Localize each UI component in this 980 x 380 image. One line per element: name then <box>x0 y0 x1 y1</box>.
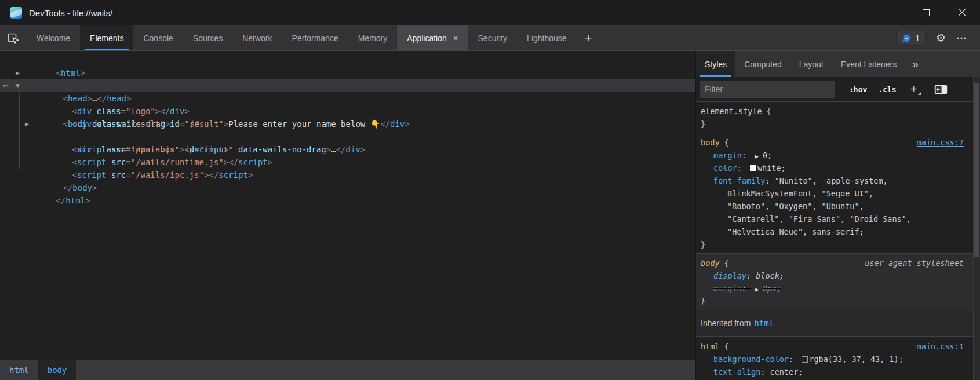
tab-welcome[interactable]: Welcome <box>27 25 80 50</box>
css-property[interactable]: background-color <box>713 355 789 364</box>
tree-node-script-main[interactable]: <script src="/main.js"></script> <box>0 130 695 143</box>
css-value[interactable]: 8px; <box>763 284 782 293</box>
tree-node-script-runtime[interactable]: <script src="/wails/runtime.js"></script… <box>0 143 695 156</box>
pseudo-state-toggle[interactable]: :hov <box>849 85 867 94</box>
css-declaration-color[interactable]: color: white; <box>696 162 973 174</box>
tab-label: Memory <box>358 34 388 43</box>
tab-label: Application <box>407 34 447 43</box>
tab-label: Styles <box>705 60 727 69</box>
breadcrumb-body[interactable]: body <box>38 360 76 380</box>
css-value[interactable]: block; <box>756 271 784 280</box>
tab-security[interactable]: Security <box>468 25 518 50</box>
code-token: > <box>85 196 90 205</box>
css-declaration-margin[interactable]: margin: ▶0; <box>696 149 973 162</box>
style-selector[interactable]: element.style <box>701 107 762 116</box>
color-swatch[interactable] <box>750 165 756 171</box>
css-value[interactable]: rgba(33, 37, 43, 1); <box>809 355 904 364</box>
css-property[interactable]: display <box>713 271 746 280</box>
tree-node-logo-div[interactable]: <div class="logo"></div> <box>0 92 695 105</box>
tree-node-head[interactable]: ▶ <head>…</head> <box>0 67 695 79</box>
css-property[interactable]: text-align <box>713 367 760 377</box>
inspect-element-button[interactable] <box>0 25 27 50</box>
settings-gear-icon[interactable]: ⚙ <box>936 32 946 43</box>
style-selector[interactable]: body <box>701 138 720 147</box>
css-declaration-font-family[interactable]: font-family: "Nunito", -apple-system, <box>696 174 973 187</box>
toolbar-right-group: 1 ⚙ ⋯ <box>896 25 980 50</box>
css-value[interactable]: white; <box>757 163 786 173</box>
expand-arrow-icon[interactable]: ▶ <box>25 118 29 130</box>
plus-icon: + <box>910 83 917 96</box>
html-rule-section[interactable]: html {main.css:1 background-color: rgba(… <box>696 337 973 380</box>
tab-console[interactable]: Console <box>133 25 183 50</box>
inherited-node-link[interactable]: html <box>754 319 774 328</box>
css-declaration-text-align-clipped[interactable]: text-align: center; <box>696 366 973 378</box>
tab-layout[interactable]: Layout <box>790 51 832 77</box>
tab-event-listeners[interactable]: Event Listeners <box>832 51 906 77</box>
tree-node-html-close[interactable]: </html> <box>0 181 695 194</box>
tree-node-input-div[interactable]: ▶ <div class="input-box" id="input" data… <box>0 118 695 130</box>
css-property[interactable]: font-family <box>713 176 765 185</box>
tab-performance[interactable]: Performance <box>282 25 348 50</box>
css-value[interactable]: 0; <box>763 151 772 160</box>
tab-sources[interactable]: Sources <box>183 25 232 50</box>
shorthand-expand-icon[interactable]: ▶ <box>755 283 759 296</box>
node-menu-icon[interactable]: ⋯ <box>3 79 9 92</box>
tab-lighthouse[interactable]: Lighthouse <box>517 25 577 50</box>
user-agent-rule-section[interactable]: body {user agent stylesheet display: blo… <box>696 254 973 310</box>
issues-count: 1 <box>915 34 920 43</box>
tree-node-body-close[interactable]: </body> <box>0 169 695 181</box>
styles-sidebar: Styles Computed Layout Event Listeners »… <box>695 51 980 380</box>
tab-network[interactable]: Network <box>232 25 282 50</box>
style-selector[interactable]: html <box>701 342 720 351</box>
tab-label: Welcome <box>37 34 70 43</box>
styles-scrollbar[interactable] <box>973 77 980 380</box>
tree-node-html-open[interactable]: <html> <box>0 54 695 67</box>
code-token: html <box>65 196 85 205</box>
shorthand-expand-icon[interactable]: ▶ <box>755 150 759 163</box>
css-declaration-display[interactable]: display: block; <box>696 269 973 282</box>
breadcrumb-html[interactable]: html <box>0 360 38 380</box>
css-value[interactable]: "Nunito", -apple-system, <box>775 176 888 185</box>
overflow-menu-icon[interactable]: ⋯ <box>956 32 967 45</box>
tree-node-script-ipc[interactable]: <script src="/wails/ipc.js"></script> <box>0 156 695 169</box>
element-class-toggle[interactable]: .cls <box>878 85 896 94</box>
minimize-button[interactable] <box>872 0 908 25</box>
scrollbar-thumb[interactable] <box>974 83 979 257</box>
tree-node-result-div[interactable]: <div class="result" id="result">Please e… <box>0 105 695 118</box>
css-property[interactable]: margin <box>713 284 742 293</box>
plus-dropdown-indicator <box>918 92 921 95</box>
tab-computed[interactable]: Computed <box>735 51 790 77</box>
more-tabs-chevron-icon[interactable]: » <box>912 51 919 77</box>
css-property[interactable]: margin <box>713 151 742 160</box>
tree-node-body-selected[interactable]: ⋯ ▼ <body data-wails-drag> == $0 <box>0 79 695 92</box>
tab-label: Elements <box>90 34 123 43</box>
color-swatch[interactable] <box>802 356 808 363</box>
tab-memory[interactable]: Memory <box>348 25 398 50</box>
code-token: : <box>742 284 751 293</box>
maximize-button[interactable] <box>908 0 944 25</box>
element-style-section[interactable]: element.style { } <box>696 102 973 133</box>
tab-styles[interactable]: Styles <box>696 51 735 77</box>
tab-elements[interactable]: Elements <box>80 25 133 50</box>
add-tab-button[interactable]: + <box>577 25 600 50</box>
close-tab-icon[interactable]: × <box>453 33 458 43</box>
css-value-wrap: "Cantarell", "Fira Sans", "Droid Sans", <box>696 213 973 225</box>
collapse-arrow-icon[interactable]: ▼ <box>16 79 20 92</box>
toggle-computed-sidebar-button[interactable] <box>934 85 948 94</box>
elements-panel: <html> ▶ <head>…</head> ⋯ ▼ <body data-w… <box>0 51 695 380</box>
close-button[interactable] <box>944 0 980 25</box>
stylesheet-link[interactable]: main.css:7 <box>917 136 964 149</box>
issues-counter-button[interactable]: 1 <box>896 31 926 46</box>
css-value: BlinkMacSystemFont, "Segoe UI", <box>727 189 873 198</box>
styles-filter-input[interactable] <box>700 81 835 98</box>
css-value: "Helvetica Neue", sans-serif; <box>727 227 864 236</box>
new-style-rule-button[interactable]: + <box>910 83 922 96</box>
stylesheet-link[interactable]: main.css:1 <box>917 340 964 353</box>
css-declaration-background-color[interactable]: background-color: rgba(33, 37, 43, 1); <box>696 353 973 366</box>
tab-application[interactable]: Application × <box>397 25 468 50</box>
expand-arrow-icon[interactable]: ▶ <box>16 67 20 79</box>
body-rule-section[interactable]: body {main.css:7 margin: ▶0; color: whit… <box>696 133 973 254</box>
css-value[interactable]: center; <box>770 367 803 377</box>
css-declaration-margin-overridden[interactable]: margin: ▶8px; <box>696 282 973 295</box>
css-property[interactable]: color <box>713 163 737 173</box>
